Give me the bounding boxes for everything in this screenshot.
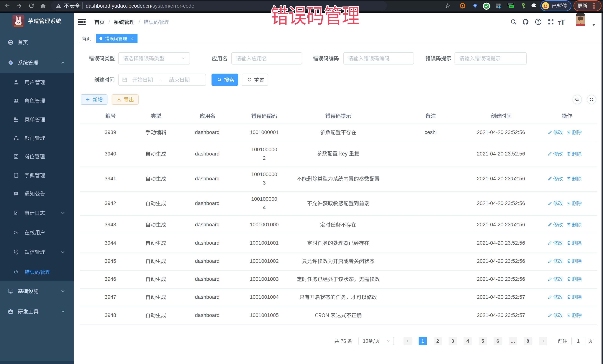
svg-text:on: on (510, 5, 513, 8)
